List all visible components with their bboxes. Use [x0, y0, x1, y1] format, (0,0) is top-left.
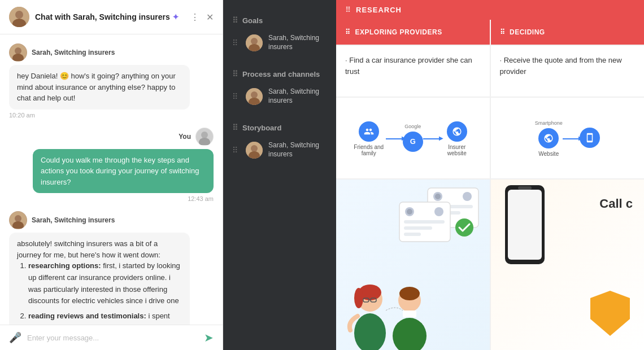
illustration-right: Call c	[491, 180, 645, 350]
illustration-left	[336, 180, 490, 350]
process-exploring-cell: Friends and family Google G Insurer webs…	[336, 98, 491, 180]
goals-item[interactable]: ⠿ Sarah, Switchinginsurers	[223, 29, 336, 56]
close-icon[interactable]: ✕	[206, 12, 214, 23]
message-row: Sarah, Switching insurers hey Daniela! 😊…	[9, 43, 214, 119]
svg-point-30	[434, 207, 443, 216]
channel-node: Friends and family	[352, 121, 386, 156]
process-deciding-cell: Smartphone Website	[491, 98, 645, 180]
more-icon[interactable]: ⋮	[190, 12, 199, 23]
goal-item: Find a car insurance provider she can tr…	[345, 55, 481, 77]
chat-header: Chat with Sarah, Switching insurers✦ ⋮ ✕	[0, 0, 223, 34]
message-bubble: Could you walk me through the key steps …	[33, 149, 214, 194]
message-row: You Could you walk me through the key st…	[9, 128, 214, 203]
storyboard-row: Call c	[336, 178, 644, 350]
section-dots-icon: ⠿	[232, 38, 238, 47]
svg-point-29	[407, 209, 412, 215]
svg-rect-45	[403, 310, 416, 317]
channel-flow: Friends and family Google G Insurer webs…	[341, 121, 485, 156]
storyboard-item-text: Sarah, Switchinginsurers	[268, 141, 319, 159]
dots-icon: ⠿	[232, 123, 238, 132]
svg-point-10	[15, 215, 21, 222]
dots-icon: ⠿	[232, 16, 238, 25]
process-content-row: Friends and family Google G Insurer webs…	[336, 97, 644, 178]
exploring-label: EXPLORING PROVIDERS	[355, 28, 442, 36]
sender-name: Sarah, Switching insurers	[32, 49, 115, 56]
goals-label: Goals	[242, 16, 263, 25]
arrow	[423, 138, 440, 139]
google-icon: G	[403, 132, 423, 152]
svg-point-4	[15, 47, 21, 54]
goals-section-label: ⠿ Goals	[223, 9, 336, 29]
message-time: 10:20 am	[9, 112, 35, 119]
svg-point-7	[201, 132, 208, 138]
chat-input[interactable]	[27, 334, 198, 342]
svg-point-23	[435, 194, 441, 199]
svg-point-44	[399, 287, 420, 300]
chat-panel: Chat with Sarah, Switching insurers✦ ⋮ ✕…	[0, 0, 223, 350]
shield-illustration	[588, 288, 633, 339]
process-item[interactable]: ⠿ Sarah, Switchinginsurers	[223, 83, 336, 110]
cards-illustration	[394, 185, 484, 253]
smartphone-top-label: Smartphone	[535, 120, 563, 126]
svg-point-13	[251, 38, 258, 45]
sender-avatar	[9, 211, 27, 229]
exploring-dots-icon: ⠿	[345, 28, 351, 36]
storyboard-label: Storyboard	[242, 124, 281, 132]
section-item-avatar	[246, 142, 263, 159]
friends-family-icon	[359, 121, 379, 142]
svg-rect-33	[404, 233, 421, 236]
phone-mockup	[502, 185, 547, 264]
svg-rect-31	[404, 220, 445, 224]
storyboard-left-cell	[336, 180, 491, 350]
channel-flow: Smartphone Website	[495, 120, 640, 157]
deciding-dots-icon: ⠿	[500, 28, 506, 36]
svg-point-19	[251, 145, 258, 152]
channel-node	[580, 128, 600, 150]
right-panel: ⠿ RESEARCH ⠿ EXPLORING PROVIDERS ⠿ DECID…	[336, 0, 644, 350]
exploring-phase: ⠿ EXPLORING PROVIDERS	[336, 20, 491, 45]
dots-icon: ⠿	[232, 69, 238, 78]
storyboard-right-cell: Call c	[491, 180, 645, 350]
svg-rect-48	[518, 186, 532, 190]
chat-input-bar: 🎤 ➤	[0, 325, 223, 350]
chat-title: Chat with Sarah, Switching insurers✦	[35, 12, 185, 21]
deciding-label: DECIDING	[510, 28, 545, 36]
research-label: RESEARCH	[356, 6, 402, 14]
goals-item-text: Sarah, Switchinginsurers	[268, 34, 319, 51]
svg-point-1	[15, 11, 23, 19]
deciding-phase: ⠿ DECIDING	[491, 20, 645, 45]
svg-point-42	[393, 318, 427, 350]
phase-row: ⠿ EXPLORING PROVIDERS ⠿ DECIDING	[336, 20, 644, 45]
storyboard-item[interactable]: ⠿ Sarah, Switchinginsurers	[223, 137, 336, 163]
svg-point-34	[455, 218, 473, 237]
mic-icon[interactable]: 🎤	[9, 331, 21, 344]
svg-point-24	[463, 192, 472, 201]
svg-rect-32	[404, 226, 432, 230]
smartphone-icon	[580, 128, 600, 148]
send-button[interactable]: ➤	[204, 331, 214, 344]
website-label: Website	[538, 151, 559, 157]
message-time: 12:43 am	[188, 195, 214, 202]
channel-node: Smartphone Website	[535, 120, 563, 157]
sender-avatar	[9, 43, 27, 62]
goals-deciding-cell: Receive the quote and from the new provi…	[491, 46, 645, 97]
goals-exploring-cell: Find a car insurance provider she can tr…	[336, 46, 491, 97]
message-row: Sarah, Switching insurers absolutely! sw…	[9, 211, 214, 325]
svg-point-35	[354, 313, 386, 350]
sender-name: Sarah, Switching insurers	[32, 216, 115, 224]
middle-panel: ⠿ Goals ⠿ Sarah, Switchinginsurers ⠿ Pro…	[223, 0, 336, 350]
section-item-avatar	[246, 34, 263, 51]
website-icon2	[538, 128, 559, 148]
google-top-label: Google	[404, 124, 421, 129]
svg-rect-47	[508, 190, 542, 260]
process-label: Process and channels	[242, 70, 320, 78]
process-section-label: ⠿ Process and channels	[223, 63, 336, 83]
section-dots-icon: ⠿	[232, 146, 238, 155]
message-bubble: absolutely! switching insurers was a bit…	[9, 233, 190, 325]
channel-node: Insurer website	[440, 121, 474, 156]
website-icon	[447, 121, 467, 142]
research-header: ⠿ RESEARCH	[336, 0, 644, 20]
avatar	[9, 7, 29, 27]
message-bubble: hey Daniela! 😊 how's it going? anything …	[9, 65, 190, 110]
research-dots-icon: ⠿	[345, 6, 351, 14]
